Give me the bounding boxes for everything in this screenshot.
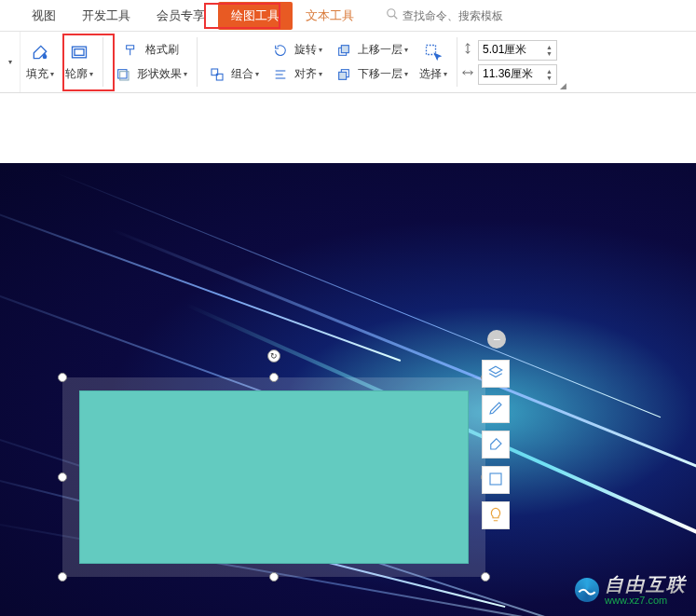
search-box[interactable]: [386, 7, 552, 23]
svg-rect-12: [341, 45, 348, 52]
move-up-label: 上移一层: [358, 42, 403, 58]
move-down-label: 下移一层: [358, 66, 403, 82]
svg-rect-3: [75, 49, 84, 56]
layers-icon: [487, 364, 504, 384]
spin-up-icon[interactable]: ▲: [546, 68, 553, 75]
layers-button[interactable]: [482, 360, 510, 388]
width-icon: [461, 66, 474, 82]
format-painter-button[interactable]: 格式刷: [107, 38, 193, 62]
selection-pane-icon: [423, 42, 444, 62]
rotate-handle[interactable]: ↻: [267, 349, 280, 363]
tab-dev-tools[interactable]: 开发工具: [69, 2, 143, 30]
tab-bar: 视图 开发工具 会员专享 绘图工具 文本工具: [0, 0, 696, 32]
square-icon: [487, 471, 504, 490]
spin-down-icon[interactable]: ▼: [546, 75, 553, 81]
format-painter-label: 格式刷: [145, 42, 179, 58]
fill-panel-button[interactable]: [482, 431, 510, 459]
resize-handle-s[interactable]: [269, 572, 279, 582]
expand-dialog-icon[interactable]: ◢: [560, 81, 566, 90]
resize-handle-w[interactable]: [58, 472, 67, 482]
group-label: 组合: [231, 66, 253, 82]
resize-handle-sw[interactable]: [58, 572, 67, 582]
watermark: 自由互联 www.xz7.com: [575, 574, 687, 606]
paint-bucket-icon: [30, 42, 50, 62]
collapse-button[interactable]: −: [487, 330, 506, 349]
outline-button[interactable]: 轮廓▾: [60, 32, 99, 92]
watermark-url: www.xz7.com: [605, 595, 687, 606]
search-input[interactable]: [403, 9, 552, 22]
resize-handle-n[interactable]: [269, 373, 279, 382]
dropdown-icon[interactable]: ▾: [8, 58, 12, 66]
svg-rect-14: [339, 72, 347, 79]
shape-effect-button[interactable]: 形状效果▾: [107, 62, 193, 87]
selected-shape[interactable]: ↻: [62, 377, 485, 577]
group-icon: [207, 64, 227, 85]
select-label: 选择: [419, 66, 442, 82]
rotate-button[interactable]: 旋转▾: [265, 38, 328, 62]
shape-effect-label: 形状效果: [137, 66, 182, 82]
edit-button[interactable]: [482, 395, 510, 423]
align-icon: [270, 64, 291, 85]
svg-line-1: [394, 16, 398, 20]
shape-effect-icon: [113, 64, 133, 85]
height-input-box[interactable]: ▲▼: [478, 40, 557, 61]
pencil-icon: [487, 400, 504, 419]
move-up-button[interactable]: 上移一层▾: [328, 38, 414, 62]
move-down-button[interactable]: 下移一层▾: [328, 62, 414, 87]
align-button[interactable]: 对齐▾: [265, 62, 328, 87]
outline-panel-button[interactable]: [482, 466, 510, 494]
group-button-real[interactable]: 组合▾: [201, 62, 265, 87]
resize-handle-se[interactable]: [481, 572, 490, 582]
tab-view[interactable]: 视图: [19, 2, 69, 30]
tab-member[interactable]: 会员专享: [143, 2, 218, 30]
spin-up-icon[interactable]: ▲: [546, 44, 553, 50]
ribbon: ▾ 填充▾ 轮廓▾ 格式刷 形状效果▾: [0, 32, 696, 93]
svg-rect-16: [490, 473, 501, 485]
search-icon: [386, 7, 399, 23]
width-input-box[interactable]: ▲▼: [478, 64, 557, 85]
canvas-area: ↻ −: [0, 93, 696, 615]
resize-handle-nw[interactable]: [58, 373, 67, 382]
watermark-logo-icon: [575, 578, 599, 602]
select-button[interactable]: 选择▾: [414, 32, 453, 92]
send-backward-icon: [334, 64, 354, 85]
height-input[interactable]: [483, 44, 542, 57]
outline-icon: [69, 42, 89, 62]
tab-text-tools[interactable]: 文本工具: [293, 2, 367, 30]
height-icon: [461, 42, 474, 58]
svg-rect-4: [118, 69, 127, 77]
bucket-icon: [487, 435, 504, 455]
align-label: 对齐: [294, 66, 317, 82]
slide-background[interactable]: ↻: [0, 163, 696, 616]
format-painter-icon: [121, 40, 142, 61]
spin-down-icon[interactable]: ▼: [546, 50, 553, 57]
idea-button[interactable]: [482, 501, 510, 529]
outline-label: 轮廓: [65, 66, 88, 82]
shape-rectangle[interactable]: [79, 390, 469, 564]
watermark-title: 自由互联: [605, 574, 687, 595]
floating-toolbar: −: [482, 330, 510, 529]
rotate-icon: [270, 40, 291, 61]
svg-rect-5: [120, 71, 129, 79]
width-input[interactable]: [483, 68, 542, 81]
fill-label: 填充: [26, 66, 48, 82]
bring-forward-icon: [334, 40, 354, 61]
fill-button[interactable]: 填充▾: [20, 32, 60, 92]
rotate-label: 旋转: [294, 42, 317, 58]
tab-drawing-tools[interactable]: 绘图工具: [218, 2, 293, 30]
lightbulb-icon: [487, 506, 504, 526]
svg-point-0: [388, 9, 395, 17]
